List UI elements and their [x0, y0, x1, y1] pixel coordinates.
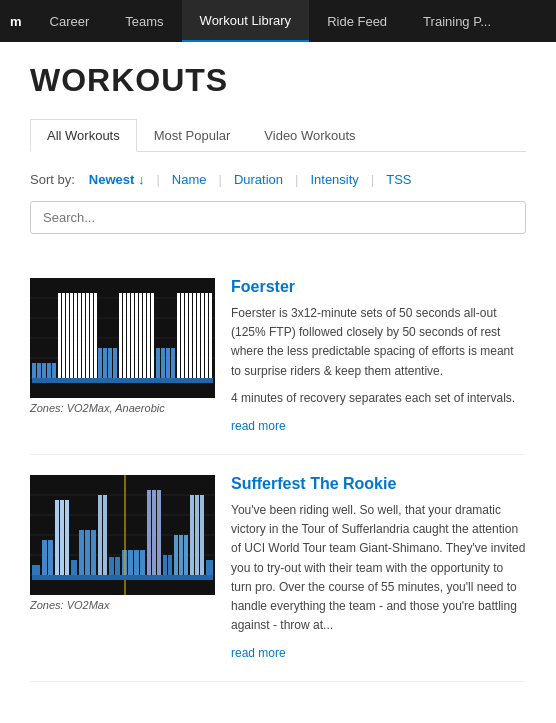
svg-rect-21 [98, 348, 102, 378]
svg-rect-45 [205, 293, 208, 378]
svg-rect-28 [131, 293, 134, 378]
sort-bar: Sort by: Newest ↓ | Name | Duration | In… [30, 172, 526, 187]
svg-rect-23 [108, 348, 112, 378]
tab-most-popular[interactable]: Most Popular [137, 119, 248, 152]
svg-rect-33 [151, 293, 154, 378]
workout-tabs: All Workouts Most Popular Video Workouts [30, 119, 526, 152]
svg-rect-65 [103, 495, 107, 575]
svg-rect-37 [171, 348, 175, 378]
svg-rect-79 [184, 535, 188, 575]
svg-rect-66 [109, 557, 114, 575]
svg-rect-72 [147, 490, 151, 575]
sort-intensity[interactable]: Intensity [306, 172, 362, 187]
nav-workout-library[interactable]: Workout Library [182, 0, 310, 42]
workout-list: Zones: VO2Max, Anaerobic Foerster Foerst… [30, 258, 526, 682]
svg-rect-34 [156, 348, 160, 378]
svg-rect-70 [134, 550, 139, 575]
svg-rect-80 [190, 495, 194, 575]
workout-description-2: You've been riding well. So well, that y… [231, 501, 526, 635]
svg-rect-38 [177, 293, 180, 378]
nav-ride-feed[interactable]: Ride Feed [309, 0, 405, 42]
svg-rect-75 [163, 555, 167, 575]
svg-rect-59 [65, 500, 69, 575]
search-input[interactable] [30, 201, 526, 234]
svg-rect-39 [181, 293, 184, 378]
workout-chart-2 [30, 475, 215, 595]
svg-rect-63 [91, 530, 96, 575]
svg-rect-10 [52, 363, 56, 378]
tab-all-workouts[interactable]: All Workouts [30, 119, 137, 152]
svg-rect-40 [185, 293, 188, 378]
svg-rect-47 [32, 378, 213, 383]
nav-teams[interactable]: Teams [107, 0, 181, 42]
svg-rect-67 [115, 557, 120, 575]
svg-rect-69 [128, 550, 133, 575]
svg-rect-14 [70, 293, 73, 378]
sort-label: Sort by: [30, 172, 75, 187]
svg-rect-83 [206, 560, 213, 575]
svg-rect-71 [140, 550, 145, 575]
svg-rect-55 [42, 540, 47, 575]
svg-rect-44 [201, 293, 204, 378]
nav-training-plan[interactable]: Training P... [405, 0, 509, 42]
workout-title[interactable]: Foerster [231, 278, 526, 296]
workout-title-2[interactable]: Sufferfest The Rookie [231, 475, 526, 493]
svg-rect-13 [66, 293, 69, 378]
svg-rect-29 [135, 293, 138, 378]
svg-rect-61 [79, 530, 84, 575]
svg-rect-8 [42, 363, 46, 378]
svg-rect-41 [189, 293, 192, 378]
svg-rect-12 [62, 293, 65, 378]
chart-wrapper: Zones: VO2Max, Anaerobic [30, 278, 215, 434]
sort-duration[interactable]: Duration [230, 172, 287, 187]
svg-rect-64 [98, 495, 102, 575]
svg-rect-56 [48, 540, 53, 575]
svg-rect-77 [174, 535, 178, 575]
svg-rect-24 [113, 348, 117, 378]
svg-rect-16 [78, 293, 81, 378]
workout-zones-2: Zones: VO2Max [30, 599, 215, 611]
svg-rect-36 [166, 348, 170, 378]
svg-rect-58 [60, 500, 64, 575]
workout-chart [30, 278, 215, 398]
sort-tss[interactable]: TSS [382, 172, 415, 187]
svg-rect-7 [37, 363, 41, 378]
svg-rect-35 [161, 348, 165, 378]
svg-rect-31 [143, 293, 146, 378]
workout-extra-desc: 4 minutes of recovery separates each set… [231, 389, 526, 408]
top-navigation: m Career Teams Workout Library Ride Feed… [0, 0, 556, 42]
svg-rect-85 [32, 575, 213, 580]
svg-rect-9 [47, 363, 51, 378]
svg-rect-11 [58, 293, 61, 378]
svg-rect-57 [55, 500, 59, 575]
svg-rect-43 [197, 293, 200, 378]
brand-logo: m [10, 14, 22, 29]
nav-career[interactable]: Career [32, 0, 108, 42]
svg-rect-19 [90, 293, 93, 378]
svg-rect-46 [209, 293, 212, 378]
svg-rect-15 [74, 293, 77, 378]
svg-rect-60 [71, 560, 77, 575]
tab-video-workouts[interactable]: Video Workouts [247, 119, 372, 152]
svg-rect-20 [94, 293, 97, 378]
svg-rect-27 [127, 293, 130, 378]
sort-newest[interactable]: Newest ↓ [85, 172, 149, 187]
page-content: WORKOUTS All Workouts Most Popular Video… [0, 42, 556, 702]
svg-rect-74 [157, 490, 161, 575]
workout-description: Foerster is 3x12-minute sets of 50 secon… [231, 304, 526, 381]
svg-rect-76 [168, 555, 172, 575]
svg-rect-25 [119, 293, 122, 378]
workout-zones: Zones: VO2Max, Anaerobic [30, 402, 215, 414]
workout-info: Foerster Foerster is 3x12-minute sets of… [231, 278, 526, 434]
svg-rect-78 [179, 535, 183, 575]
svg-rect-30 [139, 293, 142, 378]
sort-name[interactable]: Name [168, 172, 211, 187]
svg-rect-42 [193, 293, 196, 378]
svg-rect-22 [103, 348, 107, 378]
read-more-link[interactable]: read more [231, 419, 286, 433]
svg-rect-17 [82, 293, 85, 378]
svg-rect-6 [32, 363, 36, 378]
read-more-link-2[interactable]: read more [231, 646, 286, 660]
svg-rect-73 [152, 490, 156, 575]
chart-wrapper-2: Zones: VO2Max [30, 475, 215, 661]
